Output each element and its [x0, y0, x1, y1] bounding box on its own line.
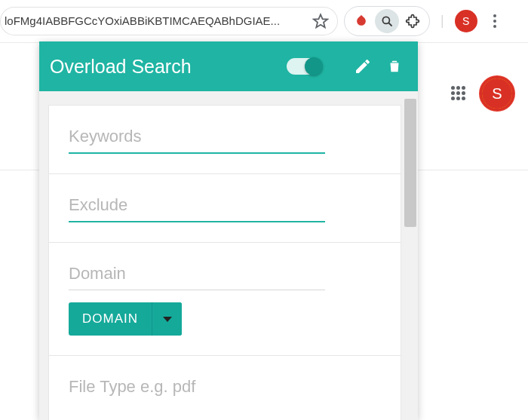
filetype-card: File Type e.g. pdf: [48, 355, 401, 420]
separator: |: [441, 13, 444, 29]
bookmark-star-icon[interactable]: [312, 13, 329, 29]
panel-body: Keywords Exclude Domain DOMAIN Fi: [39, 91, 418, 420]
enable-toggle[interactable]: [287, 58, 321, 75]
edit-icon[interactable]: [353, 57, 373, 76]
browser-toolbar: loFMg4IABBFGCcYOxiABBiKBTIMCAEQABhDGIAE.…: [0, 0, 528, 42]
svg-marker-0: [314, 14, 327, 27]
page-content: S Overload Search Keywords Excl: [0, 42, 528, 420]
svg-line-2: [388, 23, 391, 26]
chrome-menu-icon[interactable]: [488, 14, 502, 28]
domain-card: Domain DOMAIN: [48, 242, 401, 355]
exclude-input[interactable]: [69, 221, 381, 222]
extensions-group: [344, 6, 430, 36]
panel-title: Overload Search: [50, 56, 287, 78]
address-text: loFMg4IABBFGCcYOxiABBiKBTIMCAEQABhDGIAE.…: [5, 14, 312, 27]
extension-search-icon[interactable]: [375, 9, 399, 33]
google-apps-icon[interactable]: [451, 86, 466, 101]
exclude-card: Exclude: [48, 173, 401, 242]
filetype-label: File Type e.g. pdf: [69, 377, 381, 397]
avatar-letter: S: [492, 85, 502, 103]
panel-header: Overload Search: [39, 41, 418, 91]
domain-button-label: DOMAIN: [69, 311, 152, 326]
domain-input[interactable]: [69, 290, 381, 290]
exclude-label: Exclude: [69, 195, 381, 215]
profile-avatar-small[interactable]: S: [455, 10, 477, 32]
google-account-avatar[interactable]: S: [480, 76, 514, 111]
domain-label: Domain: [69, 264, 381, 284]
address-bar[interactable]: loFMg4IABBFGCcYOxiABBiKBTIMCAEQABhDGIAE.…: [0, 7, 338, 35]
keywords-input[interactable]: [69, 152, 381, 154]
delete-icon[interactable]: [385, 57, 404, 76]
extensions-puzzle-icon[interactable]: [401, 9, 425, 33]
domain-dropdown-button[interactable]: DOMAIN: [69, 302, 182, 336]
keywords-card: Keywords: [48, 105, 401, 173]
keywords-label: Keywords: [69, 127, 381, 146]
form-scroll-area[interactable]: Keywords Exclude Domain DOMAIN Fi: [48, 105, 401, 420]
extension-leaf-icon[interactable]: [349, 9, 373, 33]
google-header-right: S: [451, 76, 514, 111]
chevron-down-icon: [152, 302, 182, 336]
avatar-letter: S: [462, 15, 469, 27]
overload-search-panel: Overload Search Keywords Exclude: [39, 41, 418, 420]
scrollbar-thumb[interactable]: [404, 99, 416, 227]
